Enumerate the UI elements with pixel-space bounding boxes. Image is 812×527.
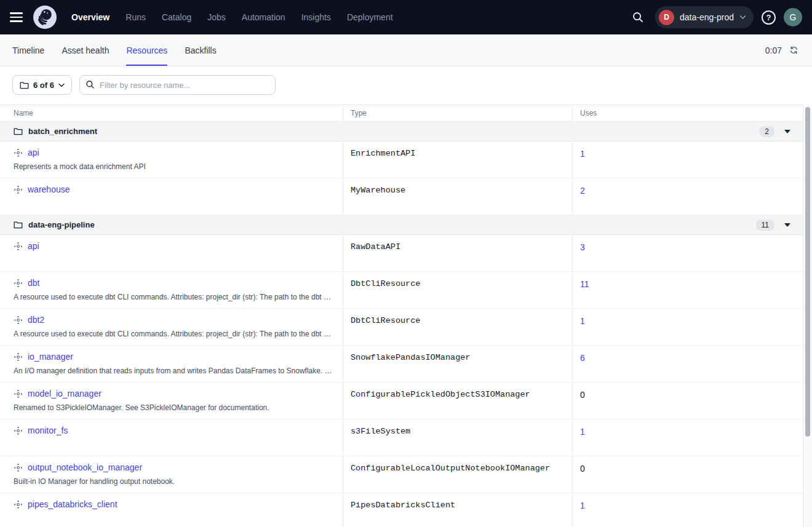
group-name: batch_enrichment [28, 127, 97, 136]
resource-icon [14, 279, 23, 288]
resource-icon [14, 242, 23, 251]
nav-right-cluster: D data-eng-prod ? G [629, 6, 802, 28]
resource-row: warehouse MyWarehouse 2 [0, 178, 803, 215]
resource-uses-count[interactable]: 1 [580, 149, 585, 159]
resource-name-link[interactable]: io_manager [28, 352, 73, 362]
tab-backfills[interactable]: Backfills [185, 34, 216, 66]
resource-uses-count[interactable]: 6 [580, 353, 585, 363]
hamburger-menu-icon[interactable] [10, 9, 27, 26]
nav-item-deployment[interactable]: Deployment [347, 12, 393, 22]
resource-description: Renamed to S3PickleIOManager. See S3Pick… [14, 403, 334, 412]
resource-uses-count: 0 [580, 390, 585, 400]
collapse-caret-icon[interactable] [784, 223, 790, 227]
resource-uses-count[interactable]: 11 [580, 279, 589, 289]
group-count-badge: 11 [756, 220, 774, 231]
nav-item-automation[interactable]: Automation [242, 12, 285, 22]
user-avatar[interactable]: G [784, 8, 802, 26]
nav-item-jobs[interactable]: Jobs [207, 12, 226, 22]
refresh-icon[interactable] [787, 44, 800, 57]
resource-name-link[interactable]: output_notebook_io_manager [28, 462, 142, 472]
resource-type: ConfigurablePickledObjectS3IOManager [343, 382, 572, 419]
resource-type: DbtCliResource [343, 309, 572, 345]
deployment-initial-badge: D [659, 10, 674, 25]
code-location-filter-button[interactable]: 6 of 6 [12, 75, 72, 95]
deployment-name: data-eng-prod [680, 12, 734, 22]
resource-type: RawDataAPI [343, 235, 572, 271]
resource-name-link[interactable]: monitor_fs [28, 426, 68, 435]
filter-row: 6 of 6 [0, 66, 812, 105]
overview-tab-bar: Timeline Asset health Resources Backfill… [0, 34, 812, 66]
resource-row: io_manager An I/O manager definition tha… [0, 346, 803, 382]
resource-name-link[interactable]: model_io_manager [28, 389, 102, 398]
scrollbar-thumb[interactable] [805, 107, 810, 437]
help-icon[interactable]: ? [762, 10, 776, 25]
vertical-scrollbar[interactable] [803, 105, 812, 527]
resource-type: EnrichmentAPI [343, 141, 572, 178]
resource-row: dbt A resource used to execute dbt CLI c… [0, 272, 803, 309]
resource-name-link[interactable]: pipes_databricks_client [28, 499, 117, 509]
tab-resources[interactable]: Resources [126, 34, 167, 66]
dagster-logo[interactable] [33, 6, 57, 29]
resource-icon [14, 185, 23, 194]
search-icon[interactable] [629, 8, 647, 26]
resource-icon [14, 148, 23, 157]
resource-description: Represents a mock data enrichment API [14, 162, 334, 171]
resource-description: A resource used to execute dbt CLI comma… [14, 330, 334, 338]
refresh-timer: 0:07 [765, 46, 782, 55]
nav-item-insights[interactable]: Insights [301, 12, 331, 22]
resource-icon [14, 500, 23, 509]
resources-table-wrap: Name Type Uses batch_enrichment 2 api [0, 105, 812, 527]
folder-icon [20, 81, 29, 89]
group-count-badge: 2 [759, 126, 774, 137]
resource-name-link[interactable]: dbt2 [28, 315, 44, 325]
resource-name-link[interactable]: api [28, 148, 39, 157]
resource-row: pipes_databricks_client PipesDatabricksC… [0, 493, 803, 527]
nav-item-overview[interactable]: Overview [71, 12, 109, 22]
top-nav: Overview Runs Catalog Jobs Automation In… [0, 0, 812, 34]
collapse-caret-icon[interactable] [784, 130, 790, 133]
resource-table-body: batch_enrichment 2 api Represents a mock… [0, 122, 803, 527]
nav-item-runs[interactable]: Runs [125, 12, 146, 22]
chevron-down-icon [58, 83, 65, 87]
tab-asset-health[interactable]: Asset health [62, 34, 109, 66]
resource-filter-input[interactable] [79, 75, 276, 95]
resource-type: DbtCliResource [343, 272, 572, 308]
resource-row: api RawDataAPI 3 [0, 235, 803, 272]
resource-icon [14, 426, 23, 435]
resource-name-link[interactable]: api [28, 241, 39, 251]
resource-type: ConfigurableLocalOutputNotebookIOManager [343, 456, 572, 493]
resource-description: An I/O manager definition that reads inp… [14, 367, 334, 375]
resource-type: MyWarehouse [343, 178, 572, 215]
group-name: data-eng-pipeline [28, 220, 95, 229]
resource-row: monitor_fs s3FileSystem 1 [0, 419, 803, 456]
nav-item-catalog[interactable]: Catalog [162, 12, 191, 22]
code-location-group-row: data-eng-pipeline 11 [0, 215, 803, 235]
resource-uses-count[interactable]: 1 [580, 501, 585, 510]
folder-icon [14, 127, 23, 135]
resource-icon [14, 352, 23, 362]
resource-type: s3FileSystem [343, 419, 572, 456]
resource-icon [14, 389, 23, 398]
resource-search [79, 75, 276, 95]
code-location-group-row: batch_enrichment 2 [0, 122, 803, 141]
resource-description: A resource used to execute dbt CLI comma… [14, 293, 334, 301]
resource-row: output_notebook_io_manager Built-in IO M… [0, 456, 803, 493]
resource-icon [14, 463, 23, 472]
resource-uses-count[interactable]: 3 [580, 242, 585, 252]
resource-type: SnowflakePandasIOManager [343, 346, 572, 382]
resource-name-link[interactable]: warehouse [28, 184, 70, 194]
resource-description: Built-in IO Manager for handling output … [14, 477, 334, 486]
resource-uses-count[interactable]: 2 [580, 186, 585, 196]
deployment-switcher[interactable]: D data-eng-prod [655, 6, 754, 28]
resource-uses-count[interactable]: 1 [580, 427, 585, 437]
column-header-uses: Uses [572, 105, 803, 121]
folder-icon [14, 221, 23, 229]
resource-name-link[interactable]: dbt [28, 278, 39, 288]
resource-icon [14, 315, 23, 325]
chevron-down-icon [739, 15, 746, 20]
resource-uses-count[interactable]: 1 [580, 316, 585, 326]
primary-nav-links: Overview Runs Catalog Jobs Automation In… [71, 12, 393, 22]
tab-timeline[interactable]: Timeline [12, 34, 44, 66]
resource-uses-count: 0 [580, 464, 585, 474]
column-header-name: Name [0, 105, 343, 121]
